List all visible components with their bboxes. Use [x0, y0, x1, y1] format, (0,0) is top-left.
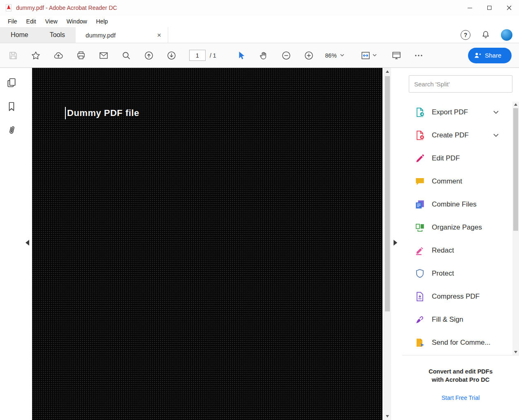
- fit-width-dropdown[interactable]: [361, 51, 377, 60]
- menu-help[interactable]: Help: [92, 18, 113, 25]
- page-thumbnails-icon[interactable]: [6, 77, 17, 88]
- tool-label: Combine Files: [432, 200, 477, 209]
- tab-home[interactable]: Home: [0, 27, 39, 43]
- tool-label: Send for Comme...: [432, 339, 491, 347]
- print-icon[interactable]: [76, 51, 86, 60]
- content-area: Dummy PDF file Export PDF: [0, 68, 519, 420]
- tools-search-box: [409, 75, 512, 93]
- reading-mode-icon[interactable]: [392, 51, 401, 60]
- share-button[interactable]: Share: [468, 48, 512, 63]
- scroll-up-icon[interactable]: [514, 103, 517, 106]
- tools-panel-scrollbar-thumb[interactable]: [513, 108, 518, 231]
- select-tool-icon[interactable]: [236, 51, 246, 60]
- zoom-in-icon[interactable]: [304, 51, 314, 60]
- combine-files-icon: [415, 199, 425, 210]
- tools-search-input[interactable]: [414, 81, 507, 88]
- tool-label: Export PDF: [432, 108, 468, 116]
- tabbar: Home Tools dummy.pdf × ?: [0, 27, 519, 43]
- menu-edit[interactable]: Edit: [22, 18, 41, 25]
- maximize-button[interactable]: [480, 0, 499, 16]
- compress-pdf-icon: [415, 291, 425, 302]
- page-total-label: / 1: [210, 52, 216, 59]
- chevron-down-icon: [340, 54, 344, 57]
- protect-shield-icon: [415, 268, 425, 279]
- menu-window[interactable]: Window: [62, 18, 92, 25]
- create-pdf-icon: [415, 130, 425, 141]
- promo-line1: Convert and edit PDFs: [402, 367, 519, 376]
- acrobat-pro-promo: Convert and edit PDFs with Acrobat Pro D…: [402, 367, 519, 401]
- tab-document[interactable]: dummy.pdf ×: [76, 27, 168, 43]
- hand-tool-icon[interactable]: [259, 51, 269, 60]
- notifications-bell-icon[interactable]: [481, 30, 491, 40]
- cloud-upload-icon[interactable]: [53, 51, 63, 60]
- chevron-down-icon: [373, 54, 377, 57]
- tool-label: Fill & Sign: [432, 316, 463, 324]
- tool-label: Protect: [432, 269, 454, 278]
- start-free-trial-link[interactable]: Start Free Trial: [442, 394, 480, 401]
- attachments-paperclip-icon[interactable]: [5, 124, 18, 137]
- document-scrollbar[interactable]: [384, 68, 391, 420]
- chevron-down-icon[interactable]: [493, 134, 499, 137]
- tab-close-icon[interactable]: ×: [157, 32, 161, 39]
- left-sidebar: [0, 68, 23, 420]
- previous-page-arrow-icon[interactable]: [25, 240, 29, 246]
- tool-compress-pdf[interactable]: Compress PDF: [402, 285, 519, 308]
- search-icon[interactable]: [121, 51, 131, 60]
- maximize-icon: [487, 6, 491, 10]
- pdf-page-canvas[interactable]: Dummy PDF file: [32, 68, 382, 420]
- help-icon[interactable]: ?: [461, 30, 470, 40]
- tool-organize-pages[interactable]: Organize Pages: [402, 216, 519, 239]
- zoom-level-dropdown[interactable]: 86%: [325, 52, 344, 59]
- tool-label: Comment: [432, 177, 462, 186]
- tool-send-for-comments[interactable]: Send for Comme...: [402, 331, 519, 354]
- tool-protect[interactable]: Protect: [402, 262, 519, 285]
- minimize-button[interactable]: [460, 0, 480, 16]
- tool-redact[interactable]: Redact: [402, 239, 519, 262]
- edit-pdf-icon: [415, 153, 425, 164]
- tab-tools[interactable]: Tools: [39, 27, 76, 43]
- send-comments-icon: [415, 337, 425, 348]
- page-number-input[interactable]: [189, 50, 206, 61]
- comment-icon: [415, 176, 425, 187]
- chevron-down-icon[interactable]: [493, 111, 499, 114]
- more-tools-icon[interactable]: [414, 51, 424, 60]
- scroll-down-icon[interactable]: [386, 415, 389, 418]
- bookmarks-icon[interactable]: [6, 101, 17, 112]
- tool-export-pdf[interactable]: Export PDF: [402, 101, 519, 124]
- menubar: File Edit View Window Help: [0, 16, 519, 27]
- previous-view-up-icon[interactable]: [144, 51, 154, 60]
- tool-comment[interactable]: Comment: [402, 170, 519, 193]
- tools-list: Export PDF Create PDF Edit PDF: [402, 101, 519, 354]
- fit-width-icon: [361, 51, 371, 60]
- close-icon: [507, 5, 512, 10]
- titlebar: dummy.pdf - Adobe Acrobat Reader DC: [0, 0, 519, 16]
- promo-line2: with Acrobat Pro DC: [402, 376, 519, 384]
- minimize-icon: [468, 8, 472, 8]
- zoom-out-icon[interactable]: [281, 51, 291, 60]
- tool-fill-sign[interactable]: Fill & Sign: [402, 308, 519, 331]
- tool-create-pdf[interactable]: Create PDF: [402, 124, 519, 147]
- next-page-arrow-icon[interactable]: [394, 240, 397, 246]
- user-avatar[interactable]: [501, 29, 512, 41]
- pdf-page-text: Dummy PDF file: [67, 108, 139, 118]
- star-icon[interactable]: [31, 51, 41, 60]
- scroll-up-icon[interactable]: [386, 70, 389, 73]
- panel-divider: [402, 355, 519, 355]
- adobe-pdf-icon: [5, 4, 12, 12]
- scroll-down-icon[interactable]: [514, 351, 517, 353]
- zoom-level-value: 86%: [325, 52, 337, 59]
- tools-panel-scrollbar[interactable]: [512, 102, 519, 355]
- export-pdf-icon: [415, 107, 425, 118]
- menu-file[interactable]: File: [3, 18, 22, 25]
- tool-label: Redact: [432, 246, 454, 255]
- email-icon[interactable]: [99, 51, 109, 60]
- next-view-down-icon[interactable]: [167, 51, 176, 60]
- tool-edit-pdf[interactable]: Edit PDF: [402, 147, 519, 170]
- menu-view[interactable]: View: [41, 18, 62, 25]
- document-scrollbar-thumb[interactable]: [385, 76, 390, 311]
- share-button-label: Share: [485, 52, 501, 59]
- close-button[interactable]: [499, 0, 519, 16]
- tool-label: Compress PDF: [432, 292, 480, 301]
- tool-combine-files[interactable]: Combine Files: [402, 193, 519, 216]
- save-icon[interactable]: [8, 51, 18, 60]
